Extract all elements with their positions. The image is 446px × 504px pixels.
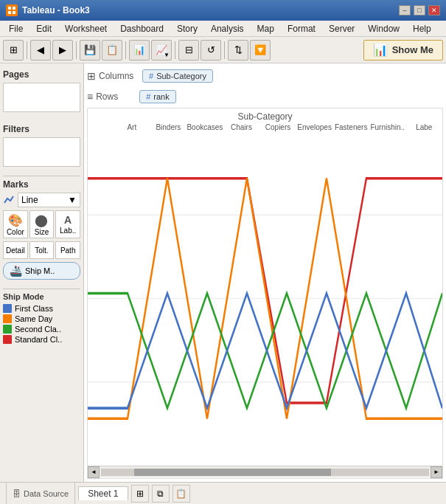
menu-worksheet[interactable]: Worksheet <box>59 22 113 35</box>
status-icons: ⊞ ⧉ 📋 <box>131 485 190 503</box>
line-chart-icon <box>3 194 15 206</box>
toolbar-sep-1 <box>27 41 27 59</box>
columns-label: Columns <box>99 71 139 81</box>
menu-help[interactable]: Help <box>407 22 437 35</box>
color-icon: 🎨 <box>8 213 23 227</box>
rows-label: Rows <box>96 92 136 102</box>
legend-color-second-class <box>3 325 12 334</box>
right-panel: ⊞ Columns # Sub-Category ≡ Rows # rank S… <box>84 63 446 482</box>
close-button[interactable]: ✕ <box>428 5 440 15</box>
menu-server[interactable]: Server <box>323 22 360 35</box>
x-label-binders: Binders <box>150 123 187 131</box>
marks-buttons-grid: 🎨 Color ⬤ Size A Lab.. <box>3 210 80 238</box>
legend-standard-class: Standard Cl.. <box>3 335 80 344</box>
marks-color-label: Color <box>7 228 24 236</box>
toolbar-chart2-btn[interactable]: 📈 ▼ <box>151 40 172 61</box>
data-source-label: Data Source <box>24 489 69 498</box>
marks-section: Marks Line ▼ 🎨 Color ⬤ Size A <box>3 176 80 283</box>
show-me-label: Show Me <box>392 44 433 55</box>
toolbar-save-btn[interactable]: 💾 <box>80 40 100 61</box>
menu-map[interactable]: Map <box>251 22 280 35</box>
rows-pill[interactable]: # rank <box>139 90 176 103</box>
x-label-fasteners: Fasteners <box>332 123 369 131</box>
marks-tooltip-btn[interactable]: Tolt. <box>29 241 55 259</box>
scroll-right-btn[interactable]: ► <box>431 466 442 478</box>
legend-color-same-day <box>3 314 12 323</box>
toolbar-forward-btn[interactable]: ▶ <box>52 40 73 61</box>
legend-label-standard-class: Standard Cl.. <box>15 335 62 344</box>
menu-bar: File Edit Worksheet Dashboard Story Anal… <box>0 21 446 37</box>
columns-pill[interactable]: # Sub-Category <box>142 69 213 83</box>
ship-icon: 🚢 <box>10 265 22 277</box>
ship-pill-label: Ship M.. <box>25 266 55 275</box>
svg-rect-2 <box>8 11 11 14</box>
size-icon: ⬤ <box>35 213 48 227</box>
marks-type-dropdown[interactable]: Line ▼ <box>18 193 80 207</box>
rows-icon: ≡ <box>87 91 93 103</box>
ship-mode-pill[interactable]: 🚢 Ship M.. <box>3 262 80 280</box>
marks-label-btn[interactable]: A Lab.. <box>55 210 80 238</box>
legend-section: Ship Mode First Class Same Day Second Cl… <box>3 289 80 345</box>
title-buttons[interactable]: – □ ✕ <box>399 5 440 15</box>
x-label-copiers: Copiers <box>259 123 296 131</box>
minimize-button[interactable]: – <box>399 5 411 15</box>
toolbar-refresh-btn[interactable]: ↺ <box>201 40 221 61</box>
columns-pill-icon: # <box>149 72 153 80</box>
legend-first-class: First Class <box>3 304 80 313</box>
marks-path-btn[interactable]: Path <box>55 241 80 259</box>
toolbar-filter1-btn[interactable]: ⊟ <box>178 40 199 61</box>
toolbar-sort-btn[interactable]: ⇅ <box>228 40 248 61</box>
sheet1-tab[interactable]: Sheet 1 <box>78 486 128 500</box>
menu-story[interactable]: Story <box>171 22 203 35</box>
legend-label-same-day: Same Day <box>15 314 52 323</box>
pages-label: Pages <box>3 69 80 80</box>
horizontal-scrollbar[interactable]: ◄ ► <box>88 466 442 477</box>
rows-pill-value: rank <box>153 92 169 101</box>
filters-content <box>3 137 80 167</box>
scroll-track[interactable] <box>101 469 429 476</box>
menu-window[interactable]: Window <box>362 22 405 35</box>
scroll-thumb[interactable] <box>134 469 331 476</box>
marks-label: Marks <box>3 179 80 190</box>
status-bar: 🗄 Data Source Sheet 1 ⊞ ⧉ 📋 <box>0 482 446 504</box>
scroll-left-btn[interactable]: ◄ <box>88 466 100 478</box>
toolbar-filter2-btn[interactable]: 🔽 <box>250 40 271 61</box>
menu-format[interactable]: Format <box>282 22 321 35</box>
marks-color-btn[interactable]: 🎨 Color <box>3 210 28 238</box>
duplicate-sheet-btn[interactable]: ⧉ <box>152 485 170 503</box>
toolbar-back-btn[interactable]: ◀ <box>30 40 51 61</box>
paste-sheet-btn[interactable]: 📋 <box>173 485 190 503</box>
show-me-icon: 📊 <box>373 43 388 57</box>
sheet-area: ⊞ Columns # Sub-Category ≡ Rows # rank S… <box>84 63 446 482</box>
toolbar-sep-5 <box>224 41 225 59</box>
maximize-button[interactable]: □ <box>414 5 425 15</box>
x-label-art: Art <box>114 123 150 131</box>
main-layout: Pages Filters Marks Line ▼ 🎨 Color <box>0 63 446 482</box>
x-label-envelopes: Envelopes <box>296 123 333 131</box>
x-label-furnishings: Furnishin.. <box>369 123 406 131</box>
columns-icon: ⊞ <box>87 70 96 82</box>
show-me-button[interactable]: 📊 Show Me <box>363 40 443 61</box>
rows-pill-icon: # <box>146 92 150 101</box>
x-label-chairs: Chairs <box>223 123 260 131</box>
svg-rect-1 <box>13 7 15 10</box>
menu-analysis[interactable]: Analysis <box>205 22 250 35</box>
toolbar-sep-4 <box>175 41 175 59</box>
marks-detail-btn[interactable]: Detail <box>3 241 28 259</box>
svg-rect-0 <box>8 7 11 10</box>
toolbar-copy-btn[interactable]: 📋 <box>102 40 122 61</box>
filters-section: Filters <box>3 121 80 170</box>
new-sheet-btn[interactable]: ⊞ <box>131 485 149 503</box>
legend-same-day: Same Day <box>3 314 80 323</box>
toolbar-grid-btn[interactable]: ⊞ <box>3 40 24 61</box>
toolbar-chart1-btn[interactable]: 📊 <box>129 40 150 61</box>
menu-file[interactable]: File <box>3 22 29 35</box>
legend-label-first-class: First Class <box>15 304 53 313</box>
second-class-line <box>88 293 442 408</box>
filters-label: Filters <box>3 124 80 134</box>
marks-size-label: Size <box>35 228 49 236</box>
menu-dashboard[interactable]: Dashboard <box>114 22 170 35</box>
menu-edit[interactable]: Edit <box>30 22 58 35</box>
data-source-tab[interactable]: 🗄 Data Source <box>6 483 75 504</box>
marks-size-btn[interactable]: ⬤ Size <box>29 210 55 238</box>
